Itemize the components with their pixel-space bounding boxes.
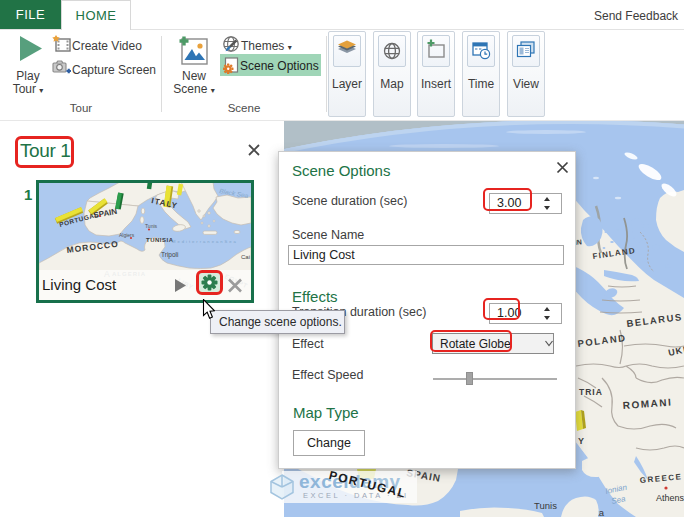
svg-text:Tunis: Tunis xyxy=(534,500,557,511)
svg-text:TUNISIA: TUNISIA xyxy=(146,237,174,243)
svg-text:Cai: Cai xyxy=(241,254,250,260)
svg-text:Tunis: Tunis xyxy=(145,223,158,229)
svg-text:TRIA: TRIA xyxy=(579,387,603,397)
svg-text:Tripoli: Tripoli xyxy=(161,251,178,259)
svg-text:M e d i t e r r a n e a n S e: M e d i t e r r a n e a n S e a xyxy=(172,239,237,244)
svg-text:Algiers: Algiers xyxy=(119,232,135,238)
svg-text:Athens: Athens xyxy=(656,493,684,503)
svg-text:Y: Y xyxy=(578,436,584,446)
